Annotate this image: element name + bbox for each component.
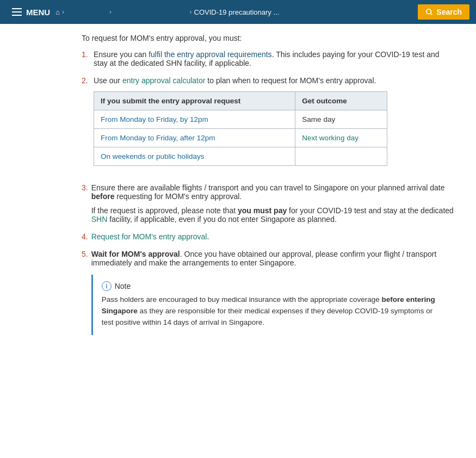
step-5: 5. Wait for MOM's approval. Once you hav…	[82, 250, 454, 335]
step-2: 2. Use our entry approval calculator to …	[82, 76, 454, 175]
step-4: 4. Request for MOM's entry approval.	[82, 232, 454, 241]
step-4-num: 4.	[82, 232, 88, 241]
search-icon	[425, 8, 433, 16]
svg-line-1	[430, 13, 432, 15]
table-row: On weekends or public holidays	[94, 147, 387, 166]
step-5-bold: Wait for MOM's approval	[91, 250, 180, 258]
step-3: 3. Ensure there are available flights / …	[82, 183, 454, 224]
entry-approval-req-link[interactable]: entry approval requirements	[177, 50, 271, 59]
search-button[interactable]: Search	[418, 4, 469, 20]
breadcrumb-workpasses[interactable]: Work passes	[66, 8, 107, 16]
header: MENU ⌂ › Work passes › Work Holiday Pass…	[0, 0, 476, 24]
note-text: Pass holders are encouraged to buy medic…	[102, 294, 446, 329]
step-3-main: Ensure there are available flights / tra…	[91, 183, 454, 201]
entry-approval-calc-link[interactable]: entry approval calculator	[122, 76, 206, 85]
menu-label: MENU	[26, 8, 50, 17]
menu-button[interactable]: MENU	[7, 4, 55, 20]
search-label: Search	[436, 8, 462, 16]
fulfil-link[interactable]: fulfil the	[149, 50, 175, 59]
table-cell-condition-3: On weekends or public holidays	[94, 147, 295, 166]
breadcrumb-current: COVID-19 precautionary ...	[194, 8, 280, 16]
table-cell-condition-2: From Monday to Friday, after 12pm	[94, 129, 295, 147]
step-5-num: 5.	[82, 250, 88, 335]
home-icon[interactable]: ⌂	[55, 8, 60, 16]
hamburger-icon	[12, 8, 22, 16]
step-3-content: Ensure there are available flights / tra…	[91, 183, 454, 224]
step-1: 1. Ensure you can fulfil the entry appro…	[82, 50, 454, 67]
step-3-sub: If the request is approved, please note …	[91, 206, 454, 224]
main-content: To request for MOM's entry approval, you…	[0, 24, 476, 360]
step-3-sub-bold: you must pay	[238, 206, 287, 215]
note-header: i Note	[102, 281, 446, 291]
table-row: From Monday to Friday, by 12pm Same day	[94, 110, 387, 129]
table-row: From Monday to Friday, after 12pm Next w…	[94, 129, 387, 147]
note-label: Note	[115, 282, 131, 290]
table-header-condition: If you submit the entry approval request	[94, 92, 295, 110]
note-bold: before entering Singapore	[102, 295, 435, 315]
note-box: i Note Pass holders are encouraged to bu…	[91, 275, 454, 335]
step-2-num: 2.	[82, 76, 90, 85]
step-3-num: 3.	[82, 183, 88, 224]
table-header-outcome: Get outcome	[295, 92, 387, 110]
breadcrumb-whp[interactable]: Work Holiday Pass (u...	[114, 8, 188, 16]
shn-link[interactable]: SHN	[91, 215, 108, 224]
steps-list: 1. Ensure you can fulfil the entry appro…	[82, 50, 454, 175]
step-1-content: Ensure you can fulfil the entry approval…	[94, 50, 454, 67]
step-1-num: 1.	[82, 50, 90, 59]
request-approval-link[interactable]: Request for MOM's entry approval	[91, 232, 207, 241]
step-5-content: Wait for MOM's approval. Once you have o…	[91, 250, 454, 335]
table-cell-outcome-1: Same day	[295, 110, 387, 129]
table-cell-outcome-3	[295, 147, 387, 166]
intro-text: To request for MOM's entry approval, you…	[82, 34, 454, 42]
step-2-content: Use our entry approval calculator to pla…	[94, 76, 454, 175]
breadcrumb: ⌂ › Work passes › Work Holiday Pass (u..…	[55, 8, 418, 16]
table-cell-condition-1: From Monday to Friday, by 12pm	[94, 110, 295, 129]
table-cell-outcome-2: Next working day	[295, 129, 387, 147]
info-icon: i	[102, 281, 112, 291]
approval-table: If you submit the entry approval request…	[94, 91, 387, 166]
step-3-bold: before	[91, 192, 115, 201]
step-4-content: Request for MOM's entry approval.	[91, 232, 209, 241]
